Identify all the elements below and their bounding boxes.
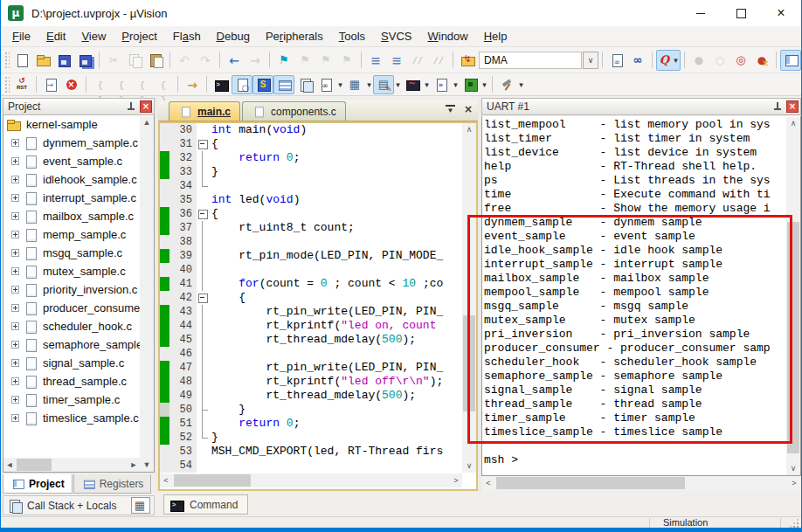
document-tab-components-c[interactable]: components.c <box>242 101 346 121</box>
tree-item-priority_inversion-c[interactable]: priority_inversion.c <box>3 280 154 299</box>
code-line[interactable]: 50 } <box>160 403 462 417</box>
code-line[interactable]: 31{ <box>160 137 462 151</box>
target-combo-dropdown-icon[interactable]: ∨ <box>583 52 598 69</box>
code-line[interactable]: 53MSH_CMD_EXPORT(led, RT-Thread firs <box>160 445 462 459</box>
reset-button[interactable] <box>11 75 32 94</box>
dropdown-arrow-icon[interactable]: ▾ <box>672 56 680 65</box>
scroll-right-icon[interactable]: > <box>788 476 800 490</box>
dropdown-arrow-icon[interactable]: ▾ <box>394 80 402 89</box>
expand-icon[interactable] <box>11 414 19 422</box>
scrollbar-thumb[interactable] <box>17 459 52 471</box>
memory-window-button[interactable] <box>131 497 150 514</box>
code-line[interactable]: 41 for(count = 0 ; count < 10 ;co <box>160 277 462 291</box>
toolbar-grip[interactable] <box>4 76 10 93</box>
expand-icon[interactable] <box>11 341 19 349</box>
dropdown-arrow-icon[interactable]: ▾ <box>336 80 344 89</box>
command-tab[interactable]: Command <box>163 494 248 515</box>
scroll-up-icon[interactable]: ∧ <box>786 117 800 130</box>
tree-item-idlehook_sample-c[interactable]: idlehook_sample.c <box>3 170 154 189</box>
tree-item-memp_sample-c[interactable]: memp_sample.c <box>3 225 154 244</box>
outdent-button[interactable] <box>386 50 407 71</box>
comment-button[interactable] <box>407 50 428 71</box>
expand-icon[interactable] <box>11 231 19 238</box>
expand-icon[interactable] <box>11 194 19 202</box>
document-list-icon[interactable]: ▼ <box>446 105 455 114</box>
tab-registers[interactable]: Registers <box>73 474 152 494</box>
stop-button[interactable] <box>61 75 82 94</box>
code-line[interactable]: 45 rt_thread_mdelay(500); <box>160 333 462 347</box>
scroll-left-icon[interactable]: ◄ <box>3 458 16 472</box>
expand-icon[interactable] <box>11 157 19 165</box>
bp-disable-all-button[interactable] <box>730 50 751 71</box>
new-file-button[interactable] <box>11 50 32 71</box>
code-line[interactable]: 51 return 0; <box>160 417 462 431</box>
tab-project[interactable]: Project <box>3 474 73 494</box>
copy-button[interactable] <box>124 50 145 71</box>
callstack-locals-bar[interactable]: Call Stack + Locals <box>3 495 155 515</box>
expand-icon[interactable] <box>11 322 19 330</box>
scroll-up-icon[interactable]: ∧ <box>462 123 476 136</box>
fold-marker[interactable] <box>197 207 209 221</box>
expand-icon[interactable] <box>11 212 19 220</box>
menu-item-peripherals[interactable]: Peripherals <box>258 26 331 47</box>
expand-icon[interactable] <box>11 359 19 367</box>
uart-hscrollbar[interactable]: < > <box>482 476 800 490</box>
scroll-right-icon[interactable]: ► <box>128 458 140 472</box>
scroll-down-icon[interactable]: ∨ <box>786 462 800 475</box>
expand-icon[interactable] <box>11 249 19 257</box>
editor-vscrollbar[interactable]: ∧ ∨ <box>462 123 476 473</box>
code-line[interactable]: 35int led(void) <box>160 193 462 207</box>
uart-terminal[interactable]: list_mempool - list memory pool in sysli… <box>481 116 801 476</box>
toolbar-grip[interactable] <box>4 52 10 69</box>
dropdown-arrow-icon[interactable]: ▾ <box>365 80 373 89</box>
tree-item-signal_sample-c[interactable]: signal_sample.c <box>3 354 154 372</box>
code-line[interactable]: 39 rt_pin_mode(LED_PIN, PIN_MODE_ <box>160 249 462 263</box>
code-line[interactable]: 37 rt_uint8_t count; <box>160 221 462 235</box>
analysis-button[interactable] <box>402 75 423 94</box>
menu-item-tools[interactable]: Tools <box>331 26 373 47</box>
maximize-button[interactable] <box>721 0 761 26</box>
serial-button[interactable] <box>373 75 394 94</box>
bookmark-clear-button[interactable] <box>336 50 357 71</box>
code-line[interactable]: 49 rt_thread_mdelay(500); <box>160 389 462 403</box>
uart-vscrollbar[interactable]: ∧ ∨ <box>786 117 800 475</box>
menu-item-project[interactable]: Project <box>114 26 164 47</box>
tree-item-semaphore_sample-c[interactable]: semaphore_sample.c <box>3 335 154 354</box>
editor-hscrollbar[interactable]: < > <box>160 473 462 487</box>
dropdown-arrow-icon[interactable]: ▾ <box>517 80 525 89</box>
resize-grip[interactable] <box>791 520 799 528</box>
tree-item-dynmem_sample-c[interactable]: dynmem_sample.c <box>3 134 154 152</box>
fold-marker[interactable] <box>197 137 209 151</box>
code-line[interactable]: 47 rt_pin_write(LED_PIN, PIN_ <box>160 361 462 375</box>
trace-button[interactable] <box>431 75 452 94</box>
code-line[interactable]: 43 rt_pin_write(LED_PIN, PIN_ <box>160 305 462 319</box>
scroll-left-icon[interactable]: < <box>482 476 494 490</box>
bp-kill-all-button[interactable] <box>751 50 772 71</box>
reference-search-button[interactable]: ▾ <box>656 50 681 71</box>
bp-enable-button[interactable] <box>709 50 730 71</box>
project-tree-vscrollbar[interactable]: ▲ ▼ <box>140 116 154 472</box>
code-line[interactable]: 44 rt_kprintf("led on, count <box>160 319 462 333</box>
scrollbar-thumb[interactable] <box>463 315 475 411</box>
show-next-button[interactable] <box>40 75 61 94</box>
menu-item-svcs[interactable]: SVCS <box>373 26 419 47</box>
tree-item-thread_sample-c[interactable]: thread_sample.c <box>3 372 154 390</box>
menu-item-help[interactable]: Help <box>476 26 515 47</box>
nav-forward-button[interactable] <box>245 50 266 71</box>
registers-button[interactable] <box>273 75 294 94</box>
close-button[interactable] <box>761 0 801 26</box>
pin-icon[interactable] <box>125 100 137 113</box>
expand-icon[interactable] <box>11 286 19 294</box>
code-line[interactable]: 52} <box>160 431 462 445</box>
find-next-button[interactable] <box>627 50 648 71</box>
menu-item-view[interactable]: View <box>73 26 114 47</box>
bookmark-prev-button[interactable] <box>294 50 315 71</box>
close-panel-icon[interactable]: × <box>786 100 799 113</box>
dropdown-arrow-icon[interactable]: ▾ <box>452 80 460 89</box>
code-line[interactable]: 33} <box>160 165 462 179</box>
undo-button[interactable] <box>174 50 195 71</box>
run-to-cursor-button[interactable] <box>153 75 174 94</box>
scroll-left-icon[interactable]: < <box>160 473 172 487</box>
cut-button[interactable] <box>103 50 124 71</box>
tools-button[interactable] <box>496 75 517 94</box>
